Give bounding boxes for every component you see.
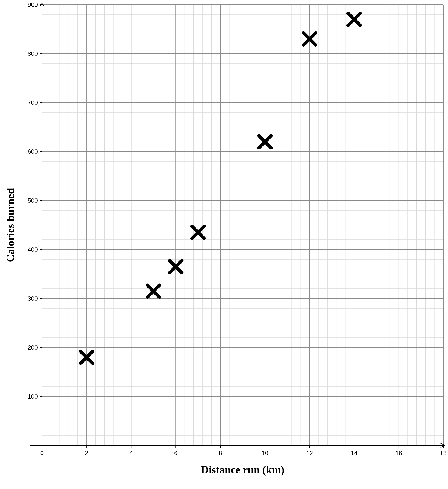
x-tick-label: 16 (395, 450, 402, 456)
x-axis-label: Distance run (km) (201, 464, 284, 476)
x-tick-label: 0 (40, 450, 44, 456)
x-tick-label: 12 (306, 450, 313, 456)
data-point (192, 226, 204, 238)
x-tick-label: 4 (130, 450, 133, 456)
y-tick-label: 400 (28, 246, 38, 253)
y-tick-label: 200 (28, 344, 38, 351)
scatter-chart: 0246810121416181002003004005006007008009… (0, 0, 448, 489)
y-tick-label: 700 (28, 99, 38, 106)
y-axis-label: Calories burned (4, 188, 16, 262)
x-tick-label: 2 (85, 450, 88, 456)
data-point (148, 285, 160, 297)
x-tick-label: 14 (351, 450, 357, 456)
y-tick-label: 800 (28, 50, 38, 57)
y-tick-label: 600 (28, 148, 38, 155)
x-tick-label: 18 (440, 450, 447, 456)
y-tick-label: 100 (28, 393, 38, 400)
y-tick-label: 300 (28, 295, 38, 302)
y-tick-label: 500 (28, 197, 38, 204)
x-tick-label: 6 (174, 450, 177, 456)
y-tick-label: 900 (28, 1, 38, 8)
x-tick-label: 8 (219, 450, 222, 456)
x-tick-label: 10 (262, 450, 268, 456)
